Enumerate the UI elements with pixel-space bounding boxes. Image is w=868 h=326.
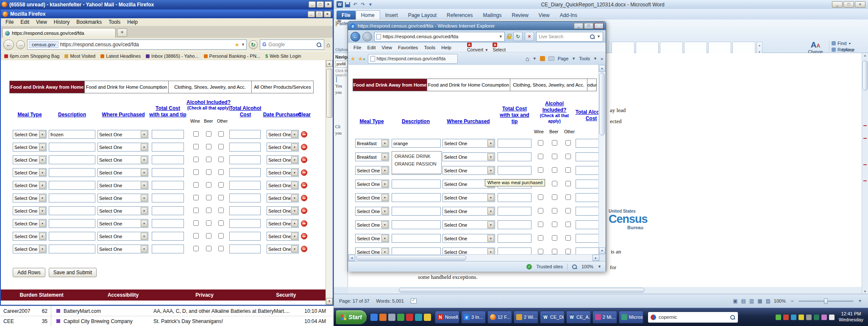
maximize-button[interactable]: □ (584, 23, 593, 29)
minimize-button[interactable]: _ (574, 23, 583, 29)
total-cost-input[interactable] (152, 130, 184, 139)
page-indicator[interactable]: Page: 17 of 37 (339, 298, 370, 304)
wine-checkbox[interactable] (538, 167, 543, 173)
wine-checkbox[interactable] (193, 246, 199, 251)
menu-help[interactable]: Help (438, 44, 454, 51)
beer-checkbox[interactable] (206, 182, 211, 188)
ribbon-tab-file[interactable]: File (337, 11, 356, 20)
tools-dropdown-icon[interactable]: ▼ (593, 56, 597, 61)
menu-tools[interactable]: Tools (106, 19, 123, 25)
meal-type-select[interactable]: Select One▼ (355, 166, 389, 175)
description-input[interactable] (49, 206, 95, 215)
date-purchased-select[interactable]: Select One▼ (267, 219, 299, 228)
date-purchased-select[interactable]: Select One▼ (267, 168, 299, 177)
scroll-left-icon[interactable]: ◄ (348, 255, 355, 261)
description-input[interactable] (49, 168, 95, 177)
other-checkbox[interactable] (218, 220, 224, 226)
total-cost-input[interactable] (152, 143, 184, 152)
meal-type-select[interactable]: Select One▼ (355, 207, 389, 216)
reload-button[interactable]: ↻ (249, 40, 258, 49)
total-alcohol-cost-input[interactable] (576, 193, 599, 202)
wine-checkbox[interactable] (193, 233, 199, 239)
description-input[interactable] (392, 247, 441, 254)
menu-edit[interactable]: Edit (17, 19, 32, 25)
quicklaunch-icon[interactable] (370, 314, 378, 321)
mail-subject[interactable]: AA, AAA, C, D, and other Alkaline Batter… (153, 308, 300, 314)
chevron-down-icon[interactable]: ▼ (381, 208, 388, 215)
description-input[interactable] (392, 180, 441, 188)
beer-checkbox[interactable] (206, 144, 211, 149)
chevron-down-icon[interactable]: ▼ (39, 182, 46, 189)
chevron-down-icon[interactable]: ▼ (381, 180, 388, 188)
browser-tab[interactable]: https://respond.census.gov/ced/fda (368, 54, 458, 64)
scroll-down-icon[interactable]: ▼ (862, 290, 868, 293)
total-cost-input[interactable] (498, 166, 531, 175)
meal-type-select[interactable]: Select One▼ (355, 234, 389, 243)
meal-type-select[interactable]: Select One▼ (13, 244, 47, 253)
footer-link-security[interactable]: Security (245, 292, 327, 298)
beer-checkbox[interactable] (206, 195, 211, 200)
form-tab-all-other-products-services[interactable]: All Other Products/Services (587, 79, 597, 91)
scrollbar-thumb[interactable] (599, 73, 605, 135)
page-dropdown-icon[interactable]: ▼ (572, 56, 576, 61)
site-identity-button[interactable]: census.gov (29, 41, 58, 48)
clear-row-button[interactable] (301, 208, 307, 214)
select-pdf-button[interactable]: A Select (492, 42, 506, 52)
ribbon-tab-mailings[interactable]: Mailings (478, 11, 506, 20)
meal-type-select[interactable]: Select One▼ (13, 232, 47, 241)
chevron-down-icon[interactable]: ▼ (487, 153, 494, 160)
chevron-down-icon[interactable]: ▼ (487, 208, 494, 215)
scroll-up-icon[interactable]: ▲ (862, 54, 868, 57)
meal-type-select[interactable]: Select One▼ (13, 155, 47, 164)
meal-type-select[interactable]: Breakfast▼ (355, 152, 389, 161)
beer-checkbox[interactable] (206, 208, 211, 213)
web-layout-icon[interactable]: ▥ (749, 298, 754, 304)
ribbon-tab-page-layout[interactable]: Page Layout (403, 11, 442, 20)
menu-view[interactable]: View (33, 19, 50, 25)
zoom-slider[interactable] (798, 301, 854, 302)
other-checkbox[interactable] (565, 194, 571, 200)
total-cost-input[interactable] (152, 155, 184, 164)
chevron-down-icon[interactable]: ▼ (291, 182, 298, 189)
home-button[interactable]: ⌂ (326, 41, 330, 48)
chevron-down-icon[interactable]: ▼ (381, 194, 388, 201)
chevron-down-icon[interactable]: ▼ (39, 169, 46, 176)
where-purchased-select[interactable]: Select One▼ (442, 234, 495, 243)
description-input[interactable] (392, 207, 441, 216)
meal-type-select[interactable]: Select One▼ (355, 193, 389, 202)
date-purchased-select[interactable]: Select One▼ (267, 143, 299, 152)
outline-view-icon[interactable]: ▦ (757, 298, 762, 304)
total-alcohol-cost-input[interactable] (576, 207, 599, 216)
description-input[interactable] (49, 232, 95, 241)
menu-file[interactable]: File (351, 44, 364, 51)
beer-checkbox[interactable] (552, 222, 557, 227)
ribbon-tab-review[interactable]: Review (506, 11, 533, 20)
spellcheck-icon[interactable] (411, 298, 417, 304)
minimize-button[interactable]: _ (832, 1, 843, 8)
other-checkbox[interactable] (565, 208, 571, 214)
where-purchased-select[interactable]: Select One▼ (442, 193, 495, 202)
quicklaunch-icon[interactable] (415, 314, 422, 321)
back-button[interactable]: ← (3, 39, 14, 50)
where-purchased-select[interactable]: Select One▼ (97, 181, 148, 190)
scroll-up-icon[interactable]: ▲ (599, 65, 605, 72)
description-input[interactable] (392, 193, 441, 202)
tray-icon[interactable] (829, 315, 835, 320)
description-input[interactable] (49, 219, 95, 228)
chevron-down-icon[interactable]: ▼ (487, 194, 494, 201)
chevron-down-icon[interactable]: ▼ (141, 194, 147, 202)
description-input[interactable] (49, 194, 95, 202)
beer-checkbox[interactable] (206, 233, 211, 239)
chevron-down-icon[interactable]: ▼ (141, 245, 147, 253)
total-alcohol-cost-input[interactable] (229, 168, 261, 177)
new-tab-button[interactable]: + (117, 28, 127, 37)
beer-checkbox[interactable] (206, 246, 211, 251)
total-cost-input[interactable] (152, 219, 184, 228)
menu-view[interactable]: View (378, 44, 395, 51)
beer-checkbox[interactable] (552, 181, 557, 186)
chevron-down-icon[interactable]: ▼ (39, 194, 46, 202)
wine-checkbox[interactable] (193, 182, 199, 188)
address-bar[interactable]: census.gov https://respond.census.gov/ce… (27, 39, 247, 50)
qat-dropdown-icon[interactable]: ▾ (367, 2, 373, 8)
chevron-down-icon[interactable]: ▼ (39, 156, 46, 163)
